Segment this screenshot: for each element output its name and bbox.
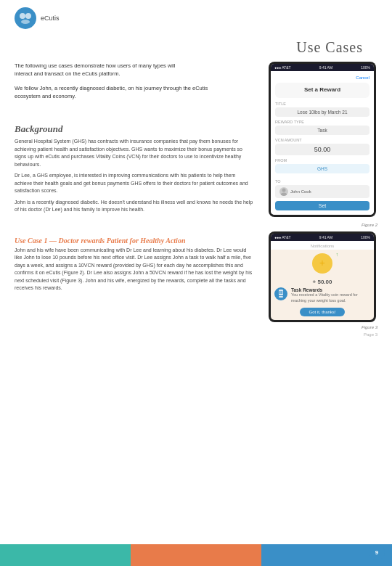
to-label: TO <box>275 179 369 184</box>
got-it-button[interactable]: Got it, thanks! <box>300 308 344 316</box>
reward-type-field: REWARD TYPE Task <box>275 120 369 135</box>
phone-mockup-1: ●●● AT&T 9:41 AM 100% Cancel Set a Rewar… <box>269 62 376 217</box>
set-reward-label: Set a Reward <box>279 86 366 93</box>
coin-graphic: + ↑ <box>312 253 332 276</box>
notif-icon <box>274 287 287 300</box>
figure-label-2: Figure 3 <box>269 325 377 329</box>
svg-rect-8 <box>282 291 283 294</box>
status-center: 9:41 AM <box>319 65 332 70</box>
header: eCutis <box>0 0 392 33</box>
status-left-2: ●●● AT&T <box>274 235 291 239</box>
notifications-header: Notifications <box>271 241 374 250</box>
svg-rect-6 <box>279 290 283 295</box>
right-column: ●●● AT&T 9:41 AM 100% Cancel Set a Rewar… <box>269 62 377 340</box>
status-left: ●●● AT&T <box>274 65 291 70</box>
svg-point-0 <box>17 9 34 27</box>
left-column: The following use cases demonstrate how … <box>15 62 257 340</box>
title-field: TITLE Lose 10lbs by March 21 <box>275 102 369 117</box>
intro-text-2: We follow John, a recently diagnosed dia… <box>15 84 254 101</box>
svg-point-1 <box>20 13 25 19</box>
vcn-value: 50.00 <box>275 144 369 155</box>
intro-text-1: The following use cases demonstrate how … <box>15 62 254 78</box>
footer-teal <box>0 544 131 566</box>
notification-content: + ↑ + 50.00 <box>271 250 374 320</box>
phone-header-bar: Cancel <box>275 75 369 80</box>
svg-point-2 <box>25 13 31 19</box>
phone-status-bar-1: ●●● AT&T 9:41 AM 100% <box>271 64 374 71</box>
from-label: FROM <box>275 158 369 163</box>
logo-icon <box>15 7 36 29</box>
status-center-2: 9:41 AM <box>319 235 332 239</box>
background-para1: General Hospital System (GHS) has contra… <box>15 138 254 168</box>
svg-rect-7 <box>279 291 281 294</box>
brand-name: eCutis <box>41 15 60 22</box>
cancel-button[interactable]: Cancel <box>356 75 369 80</box>
from-to-row: FROM GHS <box>275 158 369 176</box>
page-number-badge: 9 <box>369 544 385 560</box>
phone-screen-2: ●●● AT&T 9:41 AM 100% Notifications + ↑ <box>271 234 374 320</box>
coin-amount: + 50.00 <box>313 279 332 285</box>
to-field: TO John Cook <box>275 179 369 198</box>
to-user-name: John Cook <box>290 189 311 194</box>
coin-up-arrow: ↑ <box>336 252 339 257</box>
notif-body: You received a Vitality coin reward for … <box>291 292 370 303</box>
use-case-1-heading: Use Case 1 — Doctor rewards Patient for … <box>15 237 254 245</box>
main-content: The following use cases demonstrate how … <box>0 62 392 340</box>
svg-point-4 <box>282 189 286 192</box>
reward-type-label: REWARD TYPE <box>275 120 369 124</box>
to-user-box: John Cook <box>275 185 369 198</box>
phone-mockup-2: ●●● AT&T 9:41 AM 100% Notifications + ↑ <box>269 231 376 322</box>
background-para3: John is a recently diagnosed diabetic. H… <box>15 199 254 214</box>
status-right: 100% <box>361 65 370 70</box>
user-row: John Cook <box>279 187 365 196</box>
footer-orange <box>131 544 261 566</box>
coin-icon: + <box>312 253 332 274</box>
phone-content-1: Cancel Set a Reward TITLE Lose 10lbs by … <box>271 71 374 215</box>
set-button[interactable]: Set <box>275 201 369 210</box>
footer <box>0 544 392 566</box>
background-heading: Background <box>15 123 254 135</box>
set-reward-section: Set a Reward <box>275 83 369 98</box>
page-title: Use Cases <box>15 33 377 62</box>
svg-point-5 <box>281 193 287 197</box>
background-para2: Dr Lee, a GHS employee, is interested in… <box>15 172 254 195</box>
title-value: Lose 10lbs by March 21 <box>275 107 369 117</box>
notif-row: Task Rewards You received a Vitality coi… <box>274 287 370 303</box>
title-label: TITLE <box>275 102 369 106</box>
phone-status-bar-2: ●●● AT&T 9:41 AM 100% <box>271 234 374 241</box>
from-field: FROM GHS <box>275 158 369 176</box>
phone-screen-1: ●●● AT&T 9:41 AM 100% Cancel Set a Rewar… <box>271 64 374 215</box>
from-value: GHS <box>275 164 369 173</box>
figure-label-1: Figure 2 <box>269 223 377 227</box>
vcn-amount-field: VCN AMOUNT 50.00 <box>275 138 369 155</box>
reward-type-value: Task <box>275 126 369 135</box>
svg-point-3 <box>21 20 30 24</box>
svg-rect-9 <box>279 296 283 298</box>
notif-title: Task Rewards <box>291 287 370 292</box>
vcn-label: VCN AMOUNT <box>275 138 369 142</box>
status-right-2: 100% <box>361 235 370 239</box>
user-avatar <box>279 187 288 196</box>
use-case-1-para: John and his wife have been communicatin… <box>15 247 254 292</box>
page-num-right: Page 3 <box>269 332 377 337</box>
notif-text-block: Task Rewards You received a Vitality coi… <box>291 287 370 303</box>
